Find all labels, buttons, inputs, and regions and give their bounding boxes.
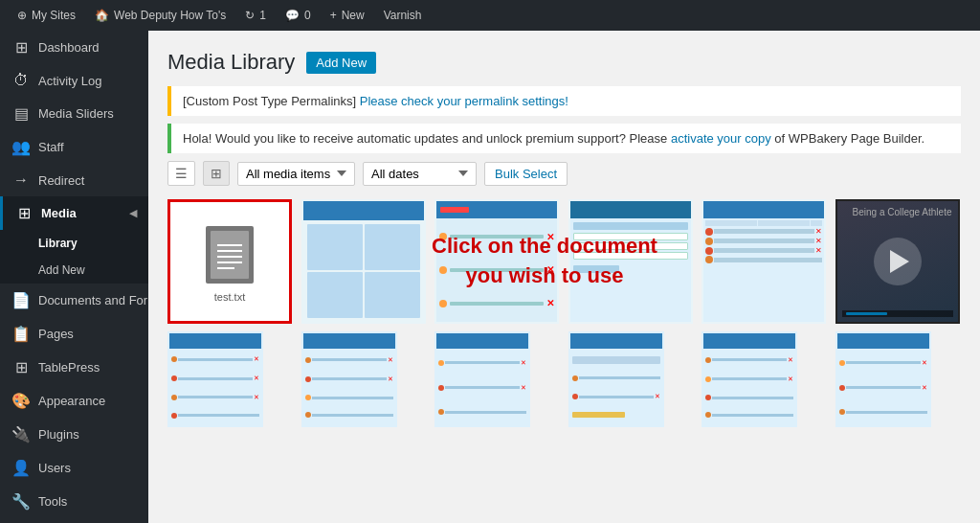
media-grid-wrapper: test.txt [167, 199, 961, 427]
media-item-12[interactable]: ✕ ✕ [835, 331, 931, 427]
thumb-2 [303, 201, 424, 322]
comments-icon: 💬 [285, 9, 300, 22]
adminbar-site-name-label: Web Deputy How To's [114, 9, 226, 22]
adminbar-varnish-label: Varnish [384, 9, 422, 22]
media-icon: ⊞ [14, 204, 33, 222]
sidebar-item-pages[interactable]: 📋 Pages [0, 317, 148, 351]
media-item-7[interactable]: ✕ ✕ ✕ [167, 331, 263, 427]
sidebar-media-label: Media [41, 206, 77, 220]
notice-wpbakery: Hola! Would you like to receive automati… [167, 124, 961, 153]
sidebar-appearance-label: Appearance [38, 394, 105, 408]
page-title: Media Library [167, 50, 295, 75]
sidebar-pages-label: Pages [38, 327, 74, 341]
sidebar-item-tools[interactable]: 🔧 Tools [0, 485, 148, 518]
date-filter[interactable]: All dates January 2020 February 2020 [363, 162, 477, 186]
adminbar-new-label: New [342, 9, 365, 22]
media-sliders-icon: ▤ [11, 104, 31, 123]
thumb-3: ✕ ✕ ✕ [436, 201, 557, 322]
notice-wpbakery-text: Hola! Would you like to receive automati… [183, 131, 671, 146]
thumb-10: ✕ [570, 333, 662, 425]
media-item-10[interactable]: ✕ [568, 331, 664, 427]
sidebar-redirect-label: Redirect [38, 173, 84, 188]
media-item-2[interactable] [301, 199, 426, 324]
sidebar-item-activity-log[interactable]: ⏱ Activity Log [0, 64, 148, 97]
thumb-5: ✕ ✕ ✕ [703, 201, 824, 322]
media-toolbar: ☰ ⊞ All media items Images Audio Video D… [167, 161, 961, 186]
chevron-right-icon: ◀ [129, 207, 137, 219]
sidebar-tablepress-label: TablePress [38, 360, 100, 375]
sidebar-item-media-sliders[interactable]: ▤ Media Sliders [0, 97, 148, 130]
media-grid: test.txt [167, 199, 961, 427]
video-thumb: Being a College Athlete [837, 201, 958, 322]
adminbar-updates[interactable]: ↻ 1 [235, 0, 276, 31]
adminbar-comments[interactable]: 💬 0 [276, 0, 321, 31]
media-submenu: Library Add New [0, 230, 148, 284]
content-area: Media Library Add New [Custom Post Type … [148, 31, 980, 523]
sidebar-plugins-label: Plugins [38, 427, 79, 442]
sidebar-item-dashboard[interactable]: ⊞ Dashboard [0, 31, 148, 64]
sidebar-item-library[interactable]: Library [0, 230, 148, 257]
pages-icon: 📋 [11, 325, 31, 343]
add-new-button[interactable]: Add New [306, 52, 376, 74]
plus-icon: + [330, 9, 337, 22]
appearance-icon: 🎨 [11, 392, 31, 410]
media-item-3[interactable]: ✕ ✕ ✕ [434, 199, 559, 324]
plugins-icon: 🔌 [11, 425, 31, 443]
file-icon-container: test.txt [170, 202, 289, 321]
sidebar-item-staff[interactable]: 👥 Staff [0, 130, 148, 164]
adminbar-site-name[interactable]: 🏠 Web Deputy How To's [85, 0, 235, 31]
tablepress-icon: ⊞ [11, 358, 31, 376]
page-header: Media Library Add New [167, 50, 961, 75]
sidebar-media-sliders-label: Media Sliders [38, 106, 114, 121]
adminbar-my-sites[interactable]: ⊕ My Sites [8, 0, 85, 31]
documents-icon: 📄 [11, 291, 31, 309]
tools-icon: 🔧 [11, 492, 31, 511]
adminbar-new[interactable]: + New [321, 0, 374, 31]
sidebar-item-media[interactable]: ⊞ Media ◀ [0, 196, 148, 230]
sidebar-item-redirect[interactable]: → Redirect [0, 164, 148, 196]
thumb-12: ✕ ✕ [837, 333, 929, 425]
main-container: ⊞ Dashboard ⏱ Activity Log ▤ Media Slide… [0, 31, 980, 523]
media-item-6[interactable]: Being a College Athlete [835, 199, 960, 324]
sidebar-item-plugins[interactable]: 🔌 Plugins [0, 418, 148, 451]
notice-permalink: [Custom Post Type Permalinks] Please che… [167, 86, 961, 116]
media-item-9[interactable]: ✕ ✕ [434, 331, 530, 427]
sidebar-staff-label: Staff [38, 140, 64, 154]
activity-log-icon: ⏱ [11, 72, 31, 89]
home-icon: 🏠 [95, 9, 109, 22]
adminbar-comments-count: 0 [304, 9, 311, 22]
media-item-8[interactable]: ✕ ✕ [301, 331, 397, 427]
svg-rect-1 [211, 231, 249, 279]
media-item-11[interactable]: ✕ ✕ [702, 331, 797, 427]
bulk-select-button[interactable]: Bulk Select [484, 162, 568, 186]
redirect-icon: → [11, 171, 31, 189]
grid-view-button[interactable]: ⊞ [203, 161, 230, 186]
sidebar-item-tablepress[interactable]: ⊞ TablePress [0, 351, 148, 384]
sidebar-item-documents-forms[interactable]: 📄 Documents and Forms [0, 284, 148, 317]
sidebar-item-add-new[interactable]: Add New [0, 257, 148, 284]
media-type-filter[interactable]: All media items Images Audio Video Docum… [237, 162, 355, 186]
notice-permalink-link[interactable]: Please check your permalink settings! [360, 94, 568, 108]
list-view-button[interactable]: ☰ [167, 161, 195, 186]
dashboard-icon: ⊞ [11, 38, 31, 57]
sidebar-documents-label: Documents and Forms [38, 293, 148, 307]
adminbar-updates-count: 1 [259, 9, 266, 22]
thumb-9: ✕ ✕ [436, 333, 528, 425]
media-item-5[interactable]: ✕ ✕ ✕ [702, 199, 826, 324]
thumb-4 [570, 201, 691, 322]
sidebar-users-label: Users [38, 461, 71, 475]
updates-icon: ↻ [245, 9, 255, 22]
media-item-4[interactable] [568, 199, 693, 324]
document-file-icon [206, 226, 254, 284]
sidebar-item-users[interactable]: 👤 Users [0, 451, 148, 485]
thumb-8: ✕ ✕ [303, 333, 395, 425]
sidebar-item-appearance[interactable]: 🎨 Appearance [0, 384, 148, 418]
sidebar-dashboard-label: Dashboard [38, 40, 100, 55]
file-name: test.txt [214, 291, 245, 303]
notice-wpbakery-link[interactable]: activate your copy [671, 131, 771, 146]
adminbar-varnish[interactable]: Varnish [374, 0, 432, 31]
sidebar: ⊞ Dashboard ⏱ Activity Log ▤ Media Slide… [0, 31, 148, 523]
notice-permalink-text: [Custom Post Type Permalinks] [183, 94, 360, 108]
my-sites-icon: ⊕ [17, 9, 27, 22]
media-item-txt[interactable]: test.txt [167, 199, 292, 324]
